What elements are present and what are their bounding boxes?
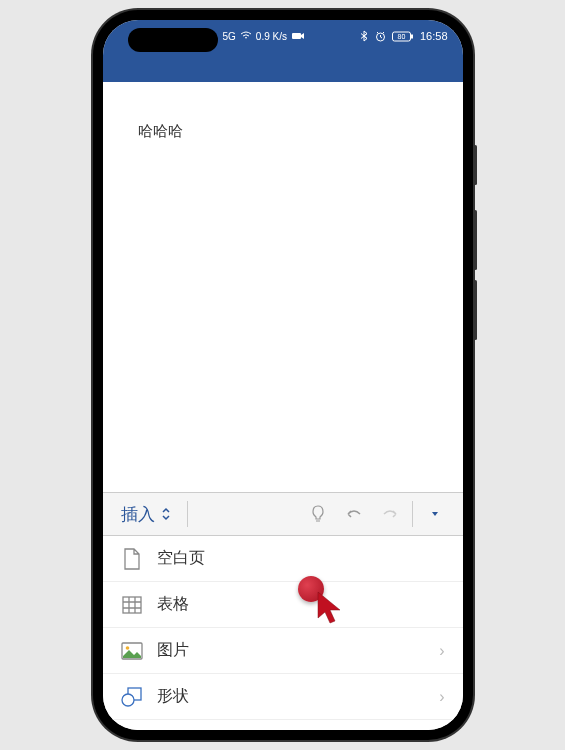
signal-icon: 5G bbox=[223, 31, 236, 42]
toolbar-tab-insert[interactable]: 插入 bbox=[113, 503, 179, 526]
divider bbox=[187, 501, 188, 527]
image-icon bbox=[121, 640, 143, 662]
volume-up-button bbox=[474, 210, 477, 270]
divider bbox=[412, 501, 413, 527]
chevron-right-icon: › bbox=[439, 642, 444, 660]
document-text: 哈哈哈 bbox=[138, 122, 183, 139]
menu-item-textbox[interactable]: A 文本框 bbox=[103, 720, 463, 730]
more-dropdown-icon[interactable] bbox=[417, 510, 453, 518]
menu-item-image[interactable]: 图片 › bbox=[103, 628, 463, 674]
lightbulb-icon[interactable] bbox=[300, 504, 336, 524]
insert-menu: 空白页 表格 图片 › 形状 › bbox=[103, 536, 463, 730]
power-button bbox=[474, 145, 477, 185]
shape-icon bbox=[121, 686, 143, 708]
status-right: 80 16:58 bbox=[360, 30, 448, 42]
alarm-icon bbox=[375, 31, 386, 42]
menu-label: 图片 bbox=[157, 640, 426, 661]
menu-item-table[interactable]: 表格 bbox=[103, 582, 463, 628]
phone-frame: 5G 0.9 K/s 80 16:58 哈哈哈 插入 bbox=[93, 10, 473, 740]
speed-label: 0.9 K/s bbox=[256, 31, 287, 42]
svg-rect-5 bbox=[123, 597, 141, 613]
menu-item-shape[interactable]: 形状 › bbox=[103, 674, 463, 720]
menu-label: 形状 bbox=[157, 686, 426, 707]
toolbar: 插入 bbox=[103, 492, 463, 536]
wifi-icon bbox=[240, 31, 252, 41]
volume-down-button bbox=[474, 280, 477, 340]
screen: 5G 0.9 K/s 80 16:58 哈哈哈 插入 bbox=[103, 20, 463, 730]
table-icon bbox=[121, 594, 143, 616]
time-label: 16:58 bbox=[420, 30, 448, 42]
redo-icon[interactable] bbox=[372, 507, 408, 521]
document-area[interactable]: 哈哈哈 bbox=[103, 82, 463, 492]
toolbar-tab-label: 插入 bbox=[121, 503, 155, 526]
svg-point-13 bbox=[122, 694, 134, 706]
status-left: 5G 0.9 K/s bbox=[223, 31, 305, 42]
blank-page-icon bbox=[121, 548, 143, 570]
bluetooth-icon bbox=[360, 30, 369, 42]
svg-point-11 bbox=[125, 646, 129, 650]
battery-icon: 80 bbox=[392, 31, 414, 42]
menu-item-blank-page[interactable]: 空白页 bbox=[103, 536, 463, 582]
tab-updown-icon bbox=[161, 506, 171, 522]
app-header bbox=[103, 52, 463, 82]
menu-label: 空白页 bbox=[157, 548, 445, 569]
camera-icon bbox=[291, 31, 305, 41]
undo-icon[interactable] bbox=[336, 507, 372, 521]
svg-text:80: 80 bbox=[398, 33, 406, 40]
menu-label: 表格 bbox=[157, 594, 445, 615]
svg-rect-0 bbox=[292, 33, 301, 39]
notch bbox=[128, 28, 218, 52]
chevron-right-icon: › bbox=[439, 688, 444, 706]
svg-rect-3 bbox=[411, 34, 413, 38]
